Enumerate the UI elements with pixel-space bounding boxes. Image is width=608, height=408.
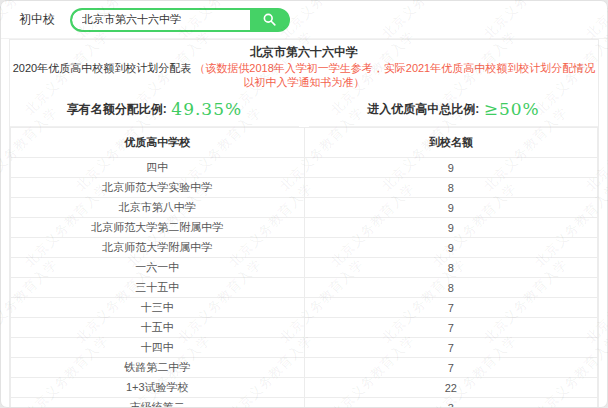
school-name-cell: 一六一中 <box>11 258 305 278</box>
search-button[interactable] <box>250 10 288 30</box>
school-name-cell: 十三中 <box>11 298 305 318</box>
quota-count-cell: 7 <box>304 338 598 358</box>
search-input[interactable] <box>72 10 250 30</box>
quota-count-cell: 7 <box>304 318 598 338</box>
school-name-cell: 四中 <box>11 158 305 178</box>
quota-count-cell: 8 <box>304 278 598 298</box>
table-row: 十五中7 <box>11 318 598 338</box>
quota-count-cell: 7 <box>304 298 598 318</box>
table-row: 北京师范大学附属中学9 <box>11 238 598 258</box>
search-group <box>70 8 290 32</box>
quota-ratio-stat: 享有名额分配比例: 49.35% <box>10 94 299 127</box>
quota-count-cell: 8 <box>304 258 598 278</box>
allocation-table: 优质高中学校 到校名额 四中9北京师范大学实验中学8北京市第八中学9北京师范大学… <box>10 127 598 408</box>
quota-count-cell: 8 <box>304 178 598 198</box>
table-row: 1+3试验学校22 <box>11 378 598 398</box>
allocation-panel: 北京市第六十六中学 2020年优质高中校额到校计划分配表 （该数据供2018年入… <box>9 39 599 408</box>
page-card: 初中校 北京市第六十六中学 2020年优质高中校额到校计划分配表 （该数据供20… <box>0 0 608 408</box>
school-name-cell: 北京师范大学第二附属中学 <box>11 218 305 238</box>
table-row: 四中9 <box>11 158 598 178</box>
table-row: 北京师范大学第二附属中学9 <box>11 218 598 238</box>
panel-header: 北京市第六十六中学 2020年优质高中校额到校计划分配表 （该数据供2018年入… <box>10 40 598 89</box>
school-name-cell: 北京师范大学实验中学 <box>11 178 305 198</box>
quota-count-cell: 9 <box>304 218 598 238</box>
ratio-stats: 享有名额分配比例: 49.35% 进入优质高中总比例: ≥50% <box>10 94 598 127</box>
table-row: 三十五中8 <box>11 278 598 298</box>
school-name-cell: 北京师范大学附属中学 <box>11 238 305 258</box>
plan-table-subtitle: 2020年优质高中校额到校计划分配表 <box>13 62 191 74</box>
search-bar: 初中校 <box>1 1 607 39</box>
table-row: 北京师范大学实验中学8 <box>11 178 598 198</box>
search-icon <box>262 12 277 27</box>
total-ratio-value: ≥50% <box>484 99 540 119</box>
allocation-table-body: 四中9北京师范大学实验中学8北京市第八中学9北京师范大学第二附属中学9北京师范大… <box>11 158 598 408</box>
table-row: 一六一中8 <box>11 258 598 278</box>
column-header-school: 优质高中学校 <box>11 128 305 158</box>
table-header-row: 优质高中学校 到校名额 <box>11 128 598 158</box>
column-header-quota: 到校名额 <box>304 128 598 158</box>
table-row: 北京市第八中学9 <box>11 198 598 218</box>
table-row: 十四中7 <box>11 338 598 358</box>
quota-count-cell: 9 <box>304 158 598 178</box>
total-ratio-stat: 进入优质高中总比例: ≥50% <box>309 94 598 127</box>
table-row: 市级统筹二3 <box>11 398 598 408</box>
quota-count-cell: 9 <box>304 238 598 258</box>
subtitle-line: 2020年优质高中校额到校计划分配表 （该数据供2018年入学初一学生参考，实际… <box>10 61 598 89</box>
table-row: 铁路第二中学7 <box>11 358 598 378</box>
quota-count-cell: 9 <box>304 198 598 218</box>
school-name-cell: 1+3试验学校 <box>11 378 305 398</box>
quota-count-cell: 3 <box>304 398 598 408</box>
table-row: 十三中7 <box>11 298 598 318</box>
quota-ratio-value: 49.35% <box>171 99 242 119</box>
school-name-cell: 十四中 <box>11 338 305 358</box>
search-label: 初中校 <box>19 11 55 28</box>
school-name-cell: 十五中 <box>11 318 305 338</box>
school-name-cell: 北京市第八中学 <box>11 198 305 218</box>
total-ratio-label: 进入优质高中总比例: <box>367 102 479 116</box>
quota-count-cell: 22 <box>304 378 598 398</box>
school-name-cell: 铁路第二中学 <box>11 358 305 378</box>
quota-count-cell: 7 <box>304 358 598 378</box>
quota-ratio-label: 享有名额分配比例: <box>67 102 167 116</box>
disclaimer-note: （该数据供2018年入学初一学生参考，实际2021年优质高中校额到校计划分配情况… <box>194 62 595 88</box>
school-name-cell: 三十五中 <box>11 278 305 298</box>
school-name-title: 北京市第六十六中学 <box>10 45 598 60</box>
school-name-cell: 市级统筹二 <box>11 398 305 408</box>
